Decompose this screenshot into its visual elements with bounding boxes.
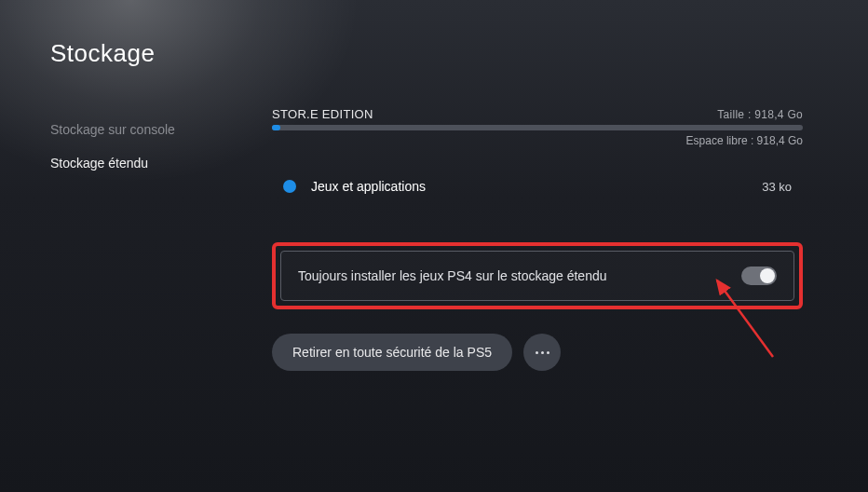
category-games-apps[interactable]: Jeux et applications 33 ko — [272, 171, 803, 201]
device-size: Taille : 918,4 Go — [717, 108, 803, 121]
toggle-knob — [760, 268, 775, 283]
annotation-highlight: Toujours installer les jeux PS4 sur le s… — [272, 242, 803, 309]
dots-icon — [547, 351, 549, 354]
dots-icon — [536, 351, 538, 354]
sidebar-item-console-storage[interactable]: Stockage sur console — [50, 113, 227, 146]
page-title: Stockage — [50, 39, 868, 68]
storage-bar — [272, 125, 803, 130]
setting-always-install-ps4[interactable]: Toujours installer les jeux PS4 sur le s… — [280, 251, 794, 301]
circle-icon — [283, 180, 296, 193]
main-panel: STOR.E EDITION Taille : 918,4 Go Espace … — [272, 107, 868, 371]
more-button[interactable] — [523, 334, 561, 371]
sidebar: Stockage sur console Stockage étendu — [50, 107, 227, 371]
category-label: Jeux et applications — [311, 179, 426, 194]
remove-safely-button[interactable]: Retirer en toute sécurité de la PS5 — [272, 334, 512, 371]
toggle-switch[interactable] — [741, 266, 777, 285]
device-name: STOR.E EDITION — [272, 107, 373, 121]
dots-icon — [541, 351, 544, 354]
device-free: Espace libre : 918,4 Go — [272, 134, 803, 147]
setting-label: Toujours installer les jeux PS4 sur le s… — [298, 268, 607, 283]
sidebar-item-extended-storage[interactable]: Stockage étendu — [50, 146, 227, 180]
category-size: 33 ko — [762, 180, 792, 194]
storage-bar-fill — [272, 125, 280, 130]
